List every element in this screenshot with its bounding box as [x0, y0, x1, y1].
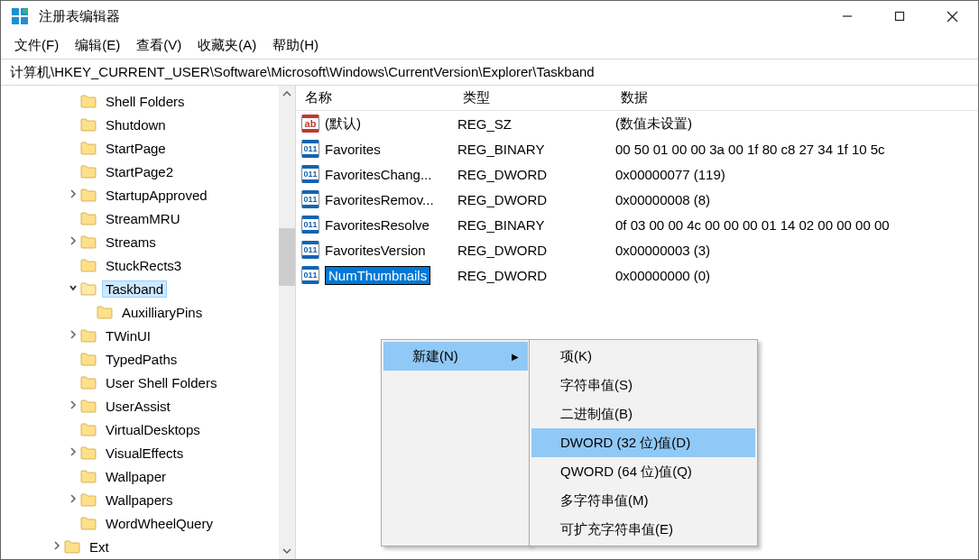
tree-item[interactable]: StartPage2	[1, 160, 295, 183]
menubar: 文件(F) 编辑(E) 查看(V) 收藏夹(A) 帮助(H)	[1, 32, 978, 59]
scroll-up-button[interactable]	[279, 86, 295, 102]
ctx-sub-item[interactable]: QWORD (64 位)值(Q)	[531, 457, 755, 486]
close-button[interactable]	[926, 1, 978, 32]
folder-icon	[80, 329, 97, 343]
scroll-down-button[interactable]	[279, 543, 295, 559]
tree-expander-icon[interactable]	[66, 329, 80, 342]
value-row[interactable]: 011FavoritesVersionREG_DWORD0x00000003 (…	[296, 237, 978, 262]
app-icon	[10, 6, 30, 26]
menu-edit[interactable]: 编辑(E)	[67, 33, 128, 58]
tree-expander-icon[interactable]	[66, 493, 80, 506]
ctx-new[interactable]: 新建(N) ▶	[383, 342, 528, 371]
titlebar[interactable]: 注册表编辑器	[1, 1, 978, 32]
ctx-sub-item[interactable]: 二进制值(B)	[531, 399, 755, 428]
ctx-sub-item[interactable]: DWORD (32 位)值(D)	[531, 428, 755, 457]
value-type: REG_DWORD	[454, 167, 612, 182]
menu-file[interactable]: 文件(F)	[6, 33, 67, 58]
value-type: REG_SZ	[454, 116, 612, 132]
menu-favorites[interactable]: 收藏夹(A)	[189, 33, 264, 58]
minimize-button[interactable]	[821, 1, 873, 32]
tree-expander-icon[interactable]	[66, 188, 80, 201]
tree-item[interactable]: User Shell Folders	[1, 371, 295, 394]
tree-item[interactable]: Streams	[1, 230, 295, 253]
value-data: 00 50 01 00 00 3a 00 1f 80 c8 27 34 1f 1…	[612, 142, 978, 157]
folder-icon	[80, 353, 97, 366]
tree-expander-icon[interactable]	[66, 235, 80, 248]
tree-item[interactable]: TWinUI	[1, 324, 295, 347]
tree-item[interactable]: Wallpapers	[1, 488, 295, 511]
tree-item-label: AuxilliaryPins	[118, 304, 206, 321]
tree-item[interactable]: StreamMRU	[1, 207, 295, 230]
tree-item[interactable]: StartupApproved	[1, 183, 295, 207]
value-type-icon: 011	[301, 140, 319, 158]
folder-icon	[80, 470, 97, 483]
value-type-icon: 011	[301, 266, 319, 284]
tree-expander-icon[interactable]	[66, 399, 80, 412]
tree-item-label: TypedPaths	[102, 351, 180, 368]
value-name: FavoritesChang...	[325, 167, 431, 182]
tree-item[interactable]: Ext	[1, 535, 295, 558]
tree-item[interactable]: Taskband	[1, 277, 295, 300]
value-type: REG_BINARY	[454, 142, 612, 157]
registry-editor-window: 注册表编辑器 文件(F) 编辑(E) 查看(V) 收藏夹(A) 帮助(H) 计算…	[0, 0, 979, 560]
ctx-sub-item[interactable]: 项(K)	[531, 342, 755, 371]
tree-item[interactable]: VisualEffects	[1, 441, 295, 464]
col-header-data[interactable]: 数据	[612, 89, 978, 106]
folder-icon	[80, 282, 97, 296]
tree-item[interactable]: StuckRects3	[1, 253, 295, 277]
folder-icon	[80, 423, 97, 436]
tree-item-label: Wallpaper	[102, 468, 170, 485]
tree-item-label: VirtualDesktops	[102, 421, 204, 438]
value-type: REG_BINARY	[454, 217, 612, 233]
svg-point-4	[23, 8, 28, 14]
value-name: FavoritesRemov...	[325, 192, 434, 207]
value-row[interactable]: 011FavoritesChang...REG_DWORD0x00000077 …	[296, 161, 978, 187]
tree-item-label: StartPage2	[102, 163, 177, 180]
ctx-sub-item[interactable]: 字符串值(S)	[531, 371, 755, 399]
tree-item-label: StreamMRU	[102, 210, 184, 227]
address-text: 计算机\HKEY_CURRENT_USER\Software\Microsoft…	[10, 64, 595, 81]
ctx-sub-item[interactable]: 可扩充字符串值(E)	[531, 515, 755, 544]
window-buttons	[821, 1, 978, 32]
value-row[interactable]: 011FavoritesResolveREG_BINARY0f 03 00 00…	[296, 212, 978, 237]
maximize-button[interactable]	[873, 1, 926, 32]
value-name-editing[interactable]: NumThumbnails	[325, 266, 430, 285]
context-menu-new: 项(K)字符串值(S)二进制值(B)DWORD (32 位)值(D)QWORD …	[529, 339, 758, 546]
folder-icon	[80, 188, 97, 202]
tree-expander-icon[interactable]	[50, 540, 64, 553]
menu-help[interactable]: 帮助(H)	[264, 33, 327, 58]
address-bar[interactable]: 计算机\HKEY_CURRENT_USER\Software\Microsoft…	[1, 59, 978, 86]
folder-icon	[80, 259, 97, 272]
tree-item[interactable]: TypedPaths	[1, 347, 295, 371]
col-header-type[interactable]: 类型	[454, 89, 612, 106]
tree-expander-icon[interactable]	[66, 446, 80, 459]
tree-item[interactable]: Shutdown	[1, 113, 295, 136]
tree-item[interactable]: StartPage	[1, 136, 295, 160]
tree-item[interactable]: Shell Folders	[1, 89, 295, 113]
tree-item[interactable]: WordWheelQuery	[1, 511, 295, 535]
tree-item[interactable]: VirtualDesktops	[1, 418, 295, 441]
menu-view[interactable]: 查看(V)	[128, 33, 189, 58]
value-row[interactable]: 011FavoritesRemov...REG_DWORD0x00000008 …	[296, 187, 978, 212]
value-row[interactable]: 011NumThumbnailsREG_DWORD0x00000000 (0)	[296, 262, 978, 288]
value-name: Favorites	[325, 142, 381, 157]
tree-item[interactable]: Wallpaper	[1, 464, 295, 488]
value-row[interactable]: ab(默认)REG_SZ(数值未设置)	[296, 111, 978, 136]
tree-item[interactable]: UserAssist	[1, 394, 295, 418]
tree-item-label: User Shell Folders	[102, 374, 220, 391]
scroll-thumb[interactable]	[279, 228, 295, 286]
value-name: FavoritesVersion	[325, 243, 426, 258]
col-header-name[interactable]: 名称	[296, 89, 454, 106]
submenu-arrow-icon: ▶	[512, 352, 519, 362]
tree-expander-icon[interactable]	[66, 282, 80, 295]
ctx-sub-label: QWORD (64 位)值(Q)	[560, 464, 692, 481]
tree-item[interactable]: AuxilliaryPins	[1, 300, 295, 324]
value-data: 0x00000077 (119)	[612, 167, 978, 182]
tree-item-label: UserAssist	[102, 398, 174, 415]
value-row[interactable]: 011FavoritesREG_BINARY00 50 01 00 00 3a …	[296, 136, 978, 161]
tree-pane[interactable]: Shell FoldersShutdownStartPageStartPage2…	[1, 86, 296, 559]
ctx-sub-label: 可扩充字符串值(E)	[560, 521, 673, 538]
ctx-sub-item[interactable]: 多字符串值(M)	[531, 486, 755, 515]
values-pane[interactable]: 名称 类型 数据 ab(默认)REG_SZ(数值未设置)011Favorites…	[296, 86, 978, 559]
tree-scrollbar[interactable]	[279, 86, 295, 559]
